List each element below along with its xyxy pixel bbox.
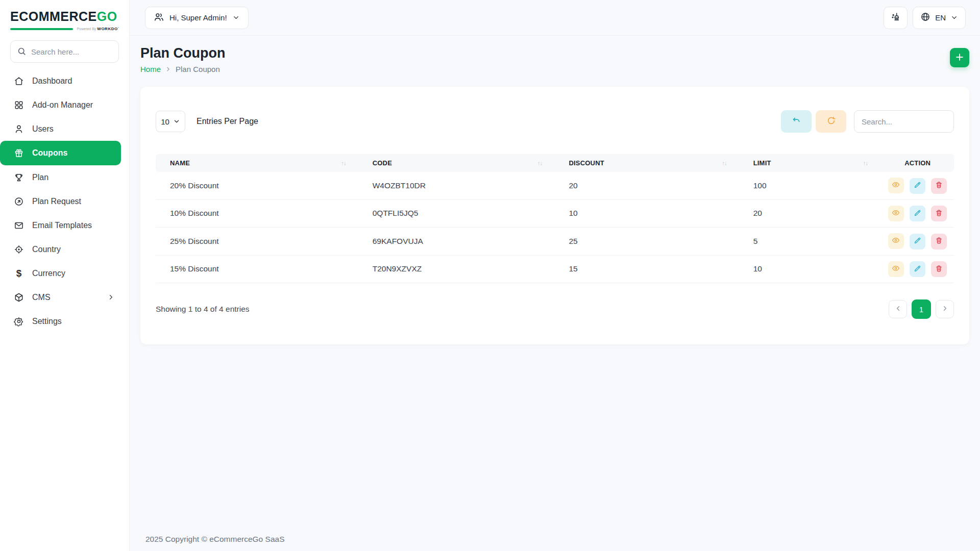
sidebar-item-settings[interactable]: Settings	[0, 309, 129, 333]
sidebar-item-dashboard[interactable]: Dashboard	[0, 69, 129, 93]
grid-icon	[14, 100, 24, 110]
eye-icon	[892, 209, 900, 218]
pencil-icon	[914, 209, 921, 218]
copyright-footer: 2025 Copyright © eCommerceGo SaaS	[140, 535, 969, 551]
sidebar-item-plan-request[interactable]: Plan Request	[0, 189, 129, 213]
content: Plan Coupon Home Plan Coupon 10	[130, 36, 980, 551]
chevron-right-icon	[107, 293, 115, 301]
cell-name: 20% Discount	[156, 172, 359, 199]
trash-icon	[935, 237, 943, 246]
sidebar-item-label: Plan Request	[32, 197, 115, 206]
eye-icon	[892, 181, 900, 190]
view-button[interactable]	[888, 233, 904, 249]
sort-icon[interactable]: ↑↓	[341, 160, 346, 166]
breadcrumb-home-link[interactable]: Home	[140, 65, 161, 73]
undo-icon	[792, 116, 801, 127]
trash-icon	[935, 265, 943, 274]
table-search-input[interactable]	[854, 110, 954, 133]
refresh-button[interactable]	[816, 110, 846, 133]
entries-per-page-label: Entries Per Page	[197, 117, 258, 126]
cell-code: T20N9XZVXZ	[359, 255, 556, 283]
pagination-page-1[interactable]: 1	[912, 299, 931, 319]
edit-button[interactable]	[910, 206, 925, 221]
breadcrumb-current: Plan Coupon	[176, 65, 220, 73]
trash-icon	[935, 209, 943, 218]
sort-icon[interactable]: ↑↓	[537, 160, 543, 166]
table-row: 15% Discount T20N9XZVXZ 15 10	[156, 255, 954, 283]
target-icon	[14, 244, 24, 255]
sidebar-item-cms[interactable]: CMS	[0, 285, 129, 309]
sidebar-item-label: Country	[32, 245, 115, 254]
language-code: EN	[935, 13, 946, 22]
table-row: 10% Discount 0QTFLI5JQ5 10 20	[156, 199, 954, 228]
sidebar-item-label: Settings	[32, 317, 115, 326]
sidebar-item-plan[interactable]: Plan	[0, 165, 129, 189]
gift-icon	[14, 148, 24, 158]
sort-icon[interactable]: ↑↓	[722, 160, 727, 166]
powered-by: Powered By WORKDO˚	[77, 27, 119, 31]
cell-name: 10% Discount	[156, 199, 359, 228]
delete-button[interactable]	[931, 261, 947, 277]
edit-button[interactable]	[910, 261, 925, 277]
language-selector[interactable]: EN	[913, 7, 966, 29]
sidebar-item-users[interactable]: Users	[0, 117, 129, 141]
brand-name-accent: GO	[97, 9, 117, 23]
pagination-next-button[interactable]	[936, 300, 954, 318]
entries-per-page-select[interactable]: 10	[156, 111, 185, 132]
column-header-limit[interactable]: LIMIT↑↓	[740, 154, 881, 172]
users-group-icon	[154, 12, 164, 24]
cell-name: 15% Discount	[156, 255, 359, 283]
cube-icon	[14, 292, 24, 303]
view-button[interactable]	[888, 178, 904, 193]
trophy-icon	[14, 172, 24, 183]
chevron-down-icon	[173, 118, 180, 125]
column-header-name[interactable]: NAME↑↓	[156, 154, 359, 172]
sidebar-item-email-templates[interactable]: Email Templates	[0, 213, 129, 237]
sidebar-item-addon-manager[interactable]: Add-on Manager	[0, 93, 129, 117]
sidebar-item-currency[interactable]: $ Currency	[0, 261, 129, 285]
cell-code: W4OZBT10DR	[359, 172, 556, 199]
sidebar-item-label: Currency	[32, 269, 115, 278]
brand-logo[interactable]: ECOMMERCEGO Powered By WORKDO˚	[0, 8, 129, 31]
sidebar-item-label: Plan	[32, 173, 115, 182]
clear-cache-button[interactable]	[884, 7, 908, 29]
brand-logo-sub: Powered By WORKDO˚	[10, 27, 119, 31]
brand-name-primary: ECOMMERCE	[10, 9, 97, 23]
pencil-icon	[914, 181, 921, 190]
cell-discount: 10	[555, 199, 740, 228]
edit-button[interactable]	[910, 234, 925, 249]
globe-icon	[920, 12, 930, 23]
delete-button[interactable]	[931, 178, 947, 194]
powered-by-dot: ˚	[118, 27, 119, 31]
sidebar: ECOMMERCEGO Powered By WORKDO˚ Dashboard…	[0, 0, 130, 551]
breadcrumb: Home Plan Coupon	[140, 65, 225, 73]
sort-icon[interactable]: ↑↓	[863, 160, 868, 166]
sidebar-item-country[interactable]: Country	[0, 237, 129, 261]
delete-button[interactable]	[931, 234, 947, 249]
add-coupon-button[interactable]	[950, 48, 969, 67]
sidebar-search	[10, 40, 119, 63]
column-header-action: ACTION	[881, 154, 954, 172]
column-label: ACTION	[904, 159, 930, 167]
page-head: Plan Coupon Home Plan Coupon	[140, 36, 969, 73]
powered-by-label: Powered By	[77, 27, 96, 31]
table-search	[854, 110, 954, 133]
view-button[interactable]	[888, 261, 904, 277]
edit-button[interactable]	[910, 178, 925, 194]
column-header-discount[interactable]: DISCOUNT↑↓	[555, 154, 740, 172]
cell-limit: 100	[740, 172, 881, 199]
reset-filter-button[interactable]	[781, 110, 812, 133]
chevron-right-icon	[941, 305, 949, 314]
user-menu-button[interactable]: Hi, Super Admin!	[145, 7, 249, 29]
cell-limit: 20	[740, 199, 881, 228]
column-header-code[interactable]: CODE↑↓	[359, 154, 556, 172]
sidebar-item-label: Dashboard	[32, 77, 115, 86]
pencil-icon	[914, 265, 921, 274]
pagination: 1	[889, 299, 954, 319]
chevron-down-icon	[950, 14, 958, 21]
delete-button[interactable]	[931, 206, 947, 221]
dollar-icon: $	[14, 268, 24, 279]
sidebar-item-coupons[interactable]: Coupons	[0, 141, 121, 165]
pagination-prev-button[interactable]	[889, 300, 907, 318]
view-button[interactable]	[888, 206, 904, 221]
